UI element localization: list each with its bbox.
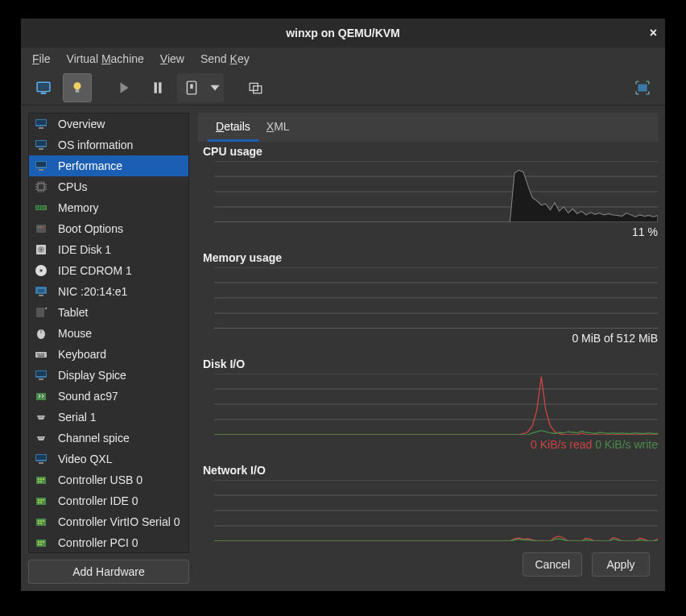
tab-details[interactable]: Details — [208, 114, 258, 142]
tablet-icon — [32, 305, 50, 320]
svg-rect-83 — [40, 541, 42, 543]
play-icon — [117, 81, 131, 95]
serial-icon — [32, 431, 50, 445]
content-area: OverviewOS informationPerformanceCPUsMem… — [21, 105, 665, 591]
hardware-list[interactable]: OverviewOS informationPerformanceCPUsMem… — [28, 113, 189, 553]
svg-point-3 — [74, 82, 81, 89]
sidebar-item-cpus[interactable]: CPUs — [29, 176, 188, 197]
svg-rect-27 — [43, 206, 45, 209]
controller-icon — [32, 515, 50, 529]
sidebar-item-label: IDE Disk 1 — [58, 243, 111, 256]
svg-rect-66 — [43, 478, 44, 480]
snapshot-icon — [249, 81, 263, 95]
sidebar-item-display-spice[interactable]: Display Spice — [29, 365, 188, 386]
chip-icon — [32, 180, 50, 194]
svg-point-57 — [39, 437, 39, 438]
svg-rect-19 — [36, 162, 46, 167]
sidebar-item-controller-virtio-serial-0[interactable]: Controller VirtIO Serial 0 — [29, 511, 188, 532]
network-io-chart — [214, 480, 658, 541]
svg-rect-45 — [37, 353, 39, 355]
shutdown-button[interactable] — [177, 73, 206, 102]
cancel-button[interactable]: Cancel — [523, 552, 582, 577]
snapshots-button[interactable] — [242, 73, 271, 102]
svg-point-55 — [40, 416, 41, 417]
pause-button[interactable] — [143, 73, 172, 102]
disk-icon — [32, 242, 50, 257]
sidebar-item-keyboard[interactable]: Keyboard — [29, 344, 188, 365]
sidebar-item-channel-spice[interactable]: Channel spice — [29, 428, 188, 449]
svg-rect-82 — [38, 541, 39, 543]
svg-rect-68 — [40, 481, 42, 482]
sidebar-item-label: IDE CDROM 1 — [58, 264, 132, 277]
pause-icon — [151, 81, 165, 95]
sidebar-item-boot-options[interactable]: Boot Options — [29, 218, 188, 239]
cpu-usage-value: 11 % — [203, 225, 658, 238]
sidebar-item-controller-ide-0[interactable]: Controller IDE 0 — [29, 490, 188, 511]
sidebar-item-controller-usb-0[interactable]: Controller USB 0 — [29, 469, 188, 490]
console-view-button[interactable] — [29, 73, 58, 102]
svg-point-59 — [42, 437, 43, 438]
cpu-usage-title: CPU usage — [203, 145, 658, 158]
toolbar — [21, 70, 665, 105]
sidebar-item-label: Channel spice — [58, 432, 130, 444]
svg-rect-65 — [40, 478, 42, 480]
sidebar-item-serial-1[interactable]: Serial 1 — [29, 407, 188, 428]
svg-rect-69 — [36, 498, 46, 505]
sidebar-item-sound-ac97[interactable]: Sound ac97 — [29, 386, 188, 407]
svg-rect-5 — [155, 82, 157, 93]
tab-xml[interactable]: XML — [258, 114, 298, 142]
sidebar-item-mouse[interactable]: Mouse — [29, 323, 188, 344]
svg-point-56 — [42, 416, 43, 417]
svg-rect-75 — [36, 519, 46, 526]
cdrom-icon — [32, 263, 50, 278]
svg-rect-48 — [43, 353, 45, 355]
menu-file[interactable]: File — [26, 51, 57, 67]
sidebar-item-ide-disk-1[interactable]: IDE Disk 1 — [29, 239, 188, 260]
svg-point-58 — [40, 437, 41, 438]
menubar: File Virtual Machine View Send Key — [21, 48, 665, 70]
disk-io-chart — [214, 374, 658, 435]
sidebar-item-os-information[interactable]: OS information — [29, 134, 188, 155]
chevron-down-icon — [208, 81, 222, 95]
fullscreen-icon — [635, 81, 650, 95]
svg-rect-39 — [39, 295, 43, 296]
svg-rect-47 — [41, 353, 43, 355]
svg-rect-73 — [38, 502, 39, 503]
menu-send-key[interactable]: Send Key — [194, 51, 256, 67]
sidebar-item-controller-pci-0[interactable]: Controller PCI 0 — [29, 532, 188, 553]
menu-virtual-machine[interactable]: Virtual Machine — [60, 51, 151, 67]
sidebar-item-memory[interactable]: Memory — [29, 197, 188, 218]
close-button[interactable]: × — [650, 26, 657, 40]
shutdown-menu-button[interactable] — [206, 73, 224, 102]
svg-rect-2 — [41, 92, 47, 93]
sidebar-item-tablet[interactable]: Tablet — [29, 302, 188, 323]
sidebar-item-ide-cdrom-1[interactable]: IDE CDROM 1 — [29, 260, 188, 281]
sidebar-item-label: OS information — [58, 138, 133, 151]
add-hardware-button[interactable]: Add Hardware — [28, 560, 189, 584]
sidebar-item-label: Display Spice — [58, 369, 126, 382]
nic-icon — [32, 284, 50, 299]
svg-rect-51 — [36, 371, 46, 376]
sidebar-item-label: NIC :20:14:e1 — [58, 285, 127, 298]
disk-io-section: Disk I/O 0 KiB/s read 0 KiB/s write — [203, 358, 658, 451]
sidebar-item-overview[interactable]: Overview — [29, 114, 188, 134]
apply-button[interactable]: Apply — [592, 552, 650, 577]
sidebar-item-nic-20-14-e1[interactable]: NIC :20:14:e1 — [29, 281, 188, 302]
svg-rect-72 — [43, 499, 44, 501]
svg-point-30 — [40, 226, 42, 228]
run-button[interactable] — [110, 73, 138, 102]
fullscreen-button[interactable] — [628, 73, 657, 102]
svg-rect-63 — [36, 477, 46, 484]
svg-rect-4 — [76, 89, 80, 92]
sidebar-item-video-qxl[interactable]: Video QXL — [29, 449, 188, 469]
details-view-button[interactable] — [63, 73, 92, 102]
svg-rect-85 — [38, 544, 39, 545]
disk-read-value: 0 KiB/s read — [531, 438, 592, 451]
menu-view[interactable]: View — [154, 51, 191, 67]
svg-rect-62 — [39, 462, 43, 464]
svg-rect-76 — [38, 520, 39, 522]
svg-rect-22 — [39, 184, 43, 189]
controller-icon — [32, 535, 50, 550]
tab-xml-rest: ML — [274, 120, 289, 133]
sidebar-item-performance[interactable]: Performance — [29, 155, 188, 176]
